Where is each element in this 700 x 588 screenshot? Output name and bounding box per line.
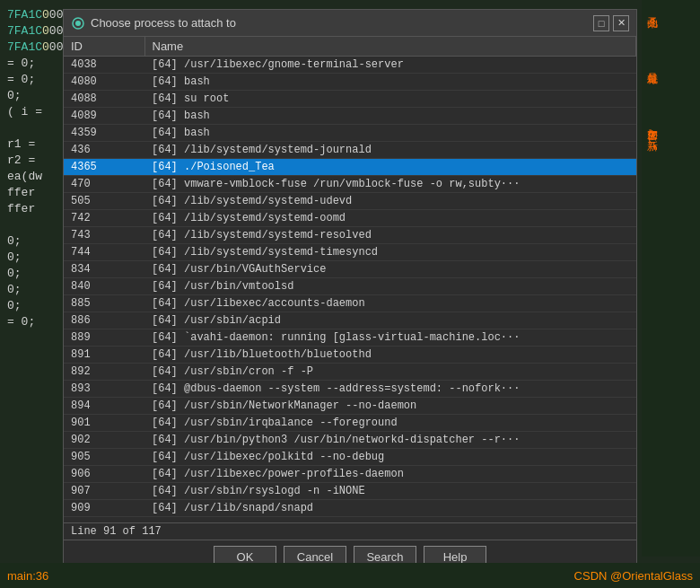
process-id: 894 — [64, 398, 144, 415]
dialog-title-text: Choose process to attach to — [91, 16, 236, 30]
bottom-statusbar: main:36 CSDN @OrientalGlass — [0, 563, 700, 588]
process-id: 4089 — [64, 108, 144, 125]
process-id: 4359 — [64, 125, 144, 142]
process-name: [64] bash — [144, 125, 636, 142]
attach-process-dialog: Choose process to attach to □ ✕ ID Name … — [63, 9, 637, 575]
table-row[interactable]: 889[64] `avahi-daemon: running [glass-vi… — [64, 329, 636, 347]
table-row[interactable]: 885[64] /usr/libexec/accounts-daemon — [64, 295, 636, 312]
table-row[interactable]: 894[64] /usr/sbin/NetworkManager --no-da… — [64, 398, 636, 415]
table-row[interactable]: 742[64] /lib/systemd/systemd-oomd — [64, 210, 636, 227]
process-name: [64] @dbus-daemon --system --address=sys… — [144, 381, 636, 398]
process-id: 892 — [64, 364, 144, 381]
process-list: 4038[64] /usr/libexec/gnome-terminal-ser… — [64, 57, 636, 517]
process-name: [64] /usr/lib/snapd/snapd — [144, 500, 636, 517]
process-name: [64] /lib/systemd/systemd-journald — [144, 142, 636, 159]
table-row[interactable]: 4038[64] /usr/libexec/gnome-terminal-ser… — [64, 57, 636, 74]
process-id: 901 — [64, 415, 144, 432]
process-name: [64] bash — [144, 74, 636, 91]
process-name: [64] /usr/bin/VGAuthService — [144, 261, 636, 278]
table-row[interactable]: 893[64] @dbus-daemon --system --address=… — [64, 381, 636, 398]
table-row[interactable]: 891[64] /usr/lib/bluetooth/bluetoothd — [64, 347, 636, 364]
process-id: 886 — [64, 312, 144, 329]
process-name: [64] /lib/systemd/systemd-timesyncd — [144, 244, 636, 261]
process-id: 834 — [64, 261, 144, 278]
table-row[interactable]: 744[64] /lib/systemd/systemd-timesyncd — [64, 244, 636, 261]
process-id: 905 — [64, 449, 144, 466]
process-name: [64] /usr/lib/bluetooth/bluetoothd — [144, 347, 636, 364]
process-name: [64] /lib/systemd/systemd-udevd — [144, 193, 636, 210]
process-name: [64] /usr/bin/vmtoolsd — [144, 278, 636, 295]
process-id: 885 — [64, 295, 144, 312]
table-row[interactable]: 505[64] /lib/systemd/systemd-udevd — [64, 193, 636, 210]
right-panel: 几个函 就是每 欠加密 新buf — [642, 0, 700, 557]
table-row[interactable]: 4359[64] bash — [64, 125, 636, 142]
process-name: [64] /usr/sbin/NetworkManager --no-daemo… — [144, 398, 636, 415]
process-id: 840 — [64, 278, 144, 295]
process-name: [64] ./Poisoned_Tea — [144, 159, 636, 176]
table-row[interactable]: 909[64] /usr/lib/snapd/snapd — [64, 500, 636, 517]
process-name: [64] /usr/libexec/polkitd --no-debug — [144, 449, 636, 466]
table-row[interactable]: 4089[64] bash — [64, 108, 636, 125]
table-row[interactable]: 906[64] /usr/libexec/power-profiles-daem… — [64, 466, 636, 483]
process-name: [64] /usr/sbin/cron -f -P — [144, 364, 636, 381]
table-row[interactable]: 886[64] /usr/sbin/acpid — [64, 312, 636, 329]
process-id: 893 — [64, 381, 144, 398]
bottom-right-text: CSDN @OrientalGlass — [574, 569, 693, 583]
process-id: 4038 — [64, 57, 144, 74]
table-row[interactable]: 905[64] /usr/libexec/polkitd --no-debug — [64, 449, 636, 466]
table-row[interactable]: 902[64] /usr/bin/python3 /usr/bin/networ… — [64, 432, 636, 449]
process-name: [64] /lib/systemd/systemd-resolved — [144, 227, 636, 244]
svg-point-1 — [75, 21, 81, 26]
dialog-title-buttons: □ ✕ — [593, 15, 629, 31]
close-button[interactable]: ✕ — [613, 15, 629, 31]
table-row[interactable]: 470[64] vmware-vmblock-fuse /run/vmblock… — [64, 176, 636, 193]
process-table: ID Name 4038[64] /usr/libexec/gnome-term… — [64, 37, 636, 517]
bottom-left-text: main:36 — [7, 569, 48, 583]
table-row[interactable]: 907[64] /usr/sbin/rsyslogd -n -iNONE — [64, 483, 636, 500]
table-row[interactable]: 4088[64] su root — [64, 91, 636, 108]
dialog-titlebar: Choose process to attach to □ ✕ — [64, 10, 636, 37]
table-row[interactable]: 892[64] /usr/sbin/cron -f -P — [64, 364, 636, 381]
process-table-area[interactable]: ID Name 4038[64] /usr/libexec/gnome-term… — [64, 37, 636, 522]
process-id: 902 — [64, 432, 144, 449]
table-row[interactable]: 901[64] /usr/sbin/irqbalance --foregroun… — [64, 415, 636, 432]
col-header-id: ID — [64, 37, 144, 57]
process-id: 4088 — [64, 91, 144, 108]
table-row[interactable]: 436[64] /lib/systemd/systemd-journald — [64, 142, 636, 159]
minimize-button[interactable]: □ — [593, 15, 609, 31]
process-id: 891 — [64, 347, 144, 364]
process-id: 743 — [64, 227, 144, 244]
process-name: [64] /usr/libexec/gnome-terminal-server — [144, 57, 636, 74]
process-name: [64] bash — [144, 108, 636, 125]
process-name: [64] /usr/sbin/acpid — [144, 312, 636, 329]
process-id: 909 — [64, 500, 144, 517]
status-text: Line 91 of 117 — [71, 525, 162, 538]
process-icon — [71, 16, 85, 31]
col-header-name: Name — [144, 37, 636, 57]
process-id: 436 — [64, 142, 144, 159]
process-name: [64] /usr/sbin/rsyslogd -n -iNONE — [144, 483, 636, 500]
process-name: [64] su root — [144, 91, 636, 108]
process-name: [64] `avahi-daemon: running [glass-virtu… — [144, 329, 636, 347]
dialog-statusbar: Line 91 of 117 — [64, 522, 636, 540]
process-id: 742 — [64, 210, 144, 227]
process-id: 4080 — [64, 74, 144, 91]
process-id: 744 — [64, 244, 144, 261]
process-name: [64] /usr/libexec/accounts-daemon — [144, 295, 636, 312]
process-id: 907 — [64, 483, 144, 500]
process-id: 906 — [64, 466, 144, 483]
process-name: [64] /usr/bin/python3 /usr/bin/networkd-… — [144, 432, 636, 449]
table-row[interactable]: 4080[64] bash — [64, 74, 636, 91]
table-row[interactable]: 4365[64] ./Poisoned_Tea — [64, 159, 636, 176]
process-name: [64] vmware-vmblock-fuse /run/vmblock-fu… — [144, 176, 636, 193]
table-row[interactable]: 840[64] /usr/bin/vmtoolsd — [64, 278, 636, 295]
process-id: 470 — [64, 176, 144, 193]
table-row[interactable]: 834[64] /usr/bin/VGAuthService — [64, 261, 636, 278]
process-id: 505 — [64, 193, 144, 210]
process-name: [64] /usr/sbin/irqbalance --foreground — [144, 415, 636, 432]
process-name: [64] /usr/libexec/power-profiles-daemon — [144, 466, 636, 483]
table-header-row: ID Name — [64, 37, 636, 57]
process-id: 4365 — [64, 159, 144, 176]
process-id: 889 — [64, 329, 144, 347]
table-row[interactable]: 743[64] /lib/systemd/systemd-resolved — [64, 227, 636, 244]
